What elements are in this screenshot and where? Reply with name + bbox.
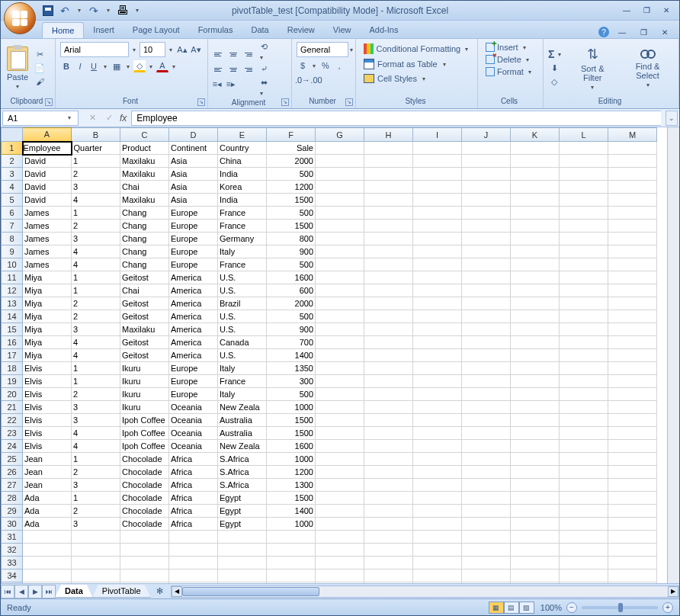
cell[interactable] — [511, 427, 560, 440]
cell[interactable] — [413, 181, 462, 194]
cell[interactable] — [511, 310, 560, 323]
cell[interactable]: Chocolade — [120, 466, 169, 479]
cell[interactable] — [364, 271, 413, 284]
cell[interactable] — [267, 557, 316, 569]
cell[interactable]: Elvis — [23, 427, 72, 440]
cell[interactable]: 500 — [267, 310, 316, 323]
cell[interactable]: Europe — [169, 207, 218, 220]
cell[interactable] — [560, 453, 608, 466]
cell[interactable] — [316, 557, 364, 569]
cell[interactable] — [316, 440, 364, 453]
cell[interactable]: Africa — [169, 505, 218, 518]
sheet-nav-first[interactable]: ⏮ — [1, 585, 14, 598]
cell[interactable]: 1 — [72, 492, 120, 505]
cell[interactable]: 2 — [72, 297, 120, 310]
delete-cells-button[interactable]: Delete▾ — [483, 54, 538, 65]
sheet-tab-pivottable[interactable]: PivotTable — [92, 585, 151, 598]
cell[interactable]: Europe — [169, 362, 218, 375]
hscroll-right[interactable]: ▶ — [668, 586, 678, 597]
cell[interactable]: 3 — [72, 181, 120, 194]
row-header[interactable]: 28 — [2, 492, 23, 505]
cell[interactable] — [316, 453, 364, 466]
row-header[interactable]: 3 — [2, 168, 23, 181]
cell[interactable] — [608, 323, 657, 336]
cell[interactable]: Australia — [218, 427, 267, 440]
cell[interactable]: 3 — [72, 323, 120, 336]
cell[interactable] — [413, 284, 462, 297]
row-header[interactable]: 2 — [2, 155, 23, 168]
cell[interactable]: Oceania — [169, 401, 218, 414]
cell[interactable] — [608, 284, 657, 297]
font-name-input[interactable] — [60, 42, 129, 57]
cell[interactable] — [120, 531, 169, 544]
increase-indent-icon[interactable]: ≡▸ — [225, 78, 237, 90]
cell[interactable] — [560, 505, 608, 518]
cell[interactable]: Miya — [23, 336, 72, 349]
cell[interactable] — [413, 233, 462, 245]
cell[interactable] — [560, 466, 608, 479]
cell[interactable] — [364, 362, 413, 375]
close-button[interactable]: ✕ — [658, 5, 675, 17]
cell[interactable]: India — [218, 168, 267, 181]
cell[interactable]: 1500 — [267, 492, 316, 505]
cell[interactable]: James — [23, 233, 72, 245]
cell[interactable] — [608, 453, 657, 466]
cell[interactable] — [462, 310, 511, 323]
cell[interactable] — [316, 207, 364, 220]
cell[interactable] — [462, 569, 511, 582]
cell[interactable] — [413, 557, 462, 569]
cell[interactable]: 1600 — [267, 440, 316, 453]
cell[interactable]: Geitost — [120, 310, 169, 323]
cell[interactable] — [462, 168, 511, 181]
cell[interactable] — [560, 233, 608, 245]
row-header[interactable]: 1 — [2, 142, 23, 155]
cell[interactable]: Chocolade — [120, 479, 169, 492]
cell[interactable] — [316, 271, 364, 284]
cell[interactable]: U.S. — [218, 349, 267, 362]
conditional-formatting-button[interactable]: Conditional Formatting▾ — [361, 42, 473, 56]
cell[interactable]: S.Africa — [218, 453, 267, 466]
cell[interactable] — [364, 492, 413, 505]
cell[interactable]: 500 — [267, 207, 316, 220]
cell[interactable]: 500 — [267, 168, 316, 181]
cell[interactable] — [462, 492, 511, 505]
normal-view-icon[interactable]: ▦ — [489, 602, 504, 614]
cell[interactable] — [608, 142, 657, 155]
hscroll-left[interactable]: ◀ — [172, 586, 182, 597]
cell[interactable]: David — [23, 181, 72, 194]
cell[interactable]: Africa — [169, 479, 218, 492]
cell[interactable]: Africa — [169, 492, 218, 505]
cell[interactable] — [560, 336, 608, 349]
cell[interactable]: Africa — [169, 453, 218, 466]
cell[interactable]: Jean — [23, 453, 72, 466]
row-header[interactable]: 8 — [2, 233, 23, 245]
sheet-nav-last[interactable]: ⏭ — [42, 585, 56, 598]
cell[interactable]: 1500 — [267, 220, 316, 233]
cell[interactable]: Product — [120, 142, 169, 155]
align-left-icon[interactable] — [211, 63, 225, 76]
cell[interactable]: Miya — [23, 323, 72, 336]
cell[interactable] — [462, 284, 511, 297]
cell[interactable]: 2 — [72, 310, 120, 323]
cell[interactable]: 2000 — [267, 297, 316, 310]
cell[interactable] — [169, 582, 218, 584]
qat-customize-dropdown[interactable]: ▾ — [133, 7, 141, 14]
row-header[interactable]: 10 — [2, 258, 23, 271]
row-header[interactable]: 35 — [2, 582, 23, 584]
cell[interactable] — [511, 336, 560, 349]
column-header[interactable]: M — [608, 128, 657, 142]
clipboard-dialog-launcher[interactable]: ↘ — [45, 98, 53, 106]
insert-worksheet-icon[interactable]: ✻ — [154, 586, 166, 598]
cell[interactable] — [316, 194, 364, 207]
cell[interactable] — [23, 557, 72, 569]
cell[interactable]: Elvis — [23, 401, 72, 414]
cell[interactable] — [316, 258, 364, 271]
italic-icon[interactable]: I — [74, 60, 86, 72]
cell[interactable]: Africa — [169, 518, 218, 531]
cell[interactable] — [608, 233, 657, 245]
cell[interactable]: Ikuru — [120, 362, 169, 375]
cell[interactable] — [413, 362, 462, 375]
cell[interactable] — [462, 155, 511, 168]
cell[interactable] — [413, 323, 462, 336]
print-icon[interactable]: 🖶 — [117, 5, 129, 17]
